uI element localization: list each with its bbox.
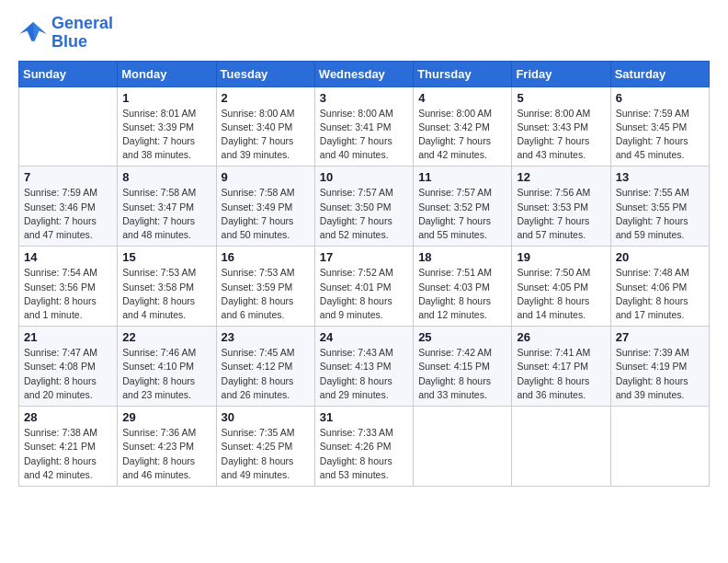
day-info: Sunrise: 7:57 AM Sunset: 3:52 PM Dayligh… <box>418 186 506 242</box>
sunset-text: Sunset: 4:03 PM <box>418 282 490 293</box>
calendar-cell: 13 Sunrise: 7:55 AM Sunset: 3:55 PM Dayl… <box>610 167 709 247</box>
day-number: 17 <box>320 250 408 264</box>
day-number: 1 <box>122 91 210 105</box>
sunrise-text: Sunrise: 7:53 AM <box>122 267 196 278</box>
sunrise-text: Sunrise: 7:42 AM <box>418 347 492 358</box>
day-info: Sunrise: 7:50 AM Sunset: 4:05 PM Dayligh… <box>517 266 605 322</box>
sunrise-text: Sunrise: 7:35 AM <box>222 427 295 438</box>
daylight-text: Daylight: 7 hours and 55 minutes. <box>418 215 491 240</box>
day-number: 10 <box>320 170 408 184</box>
daylight-text: Daylight: 7 hours and 48 minutes. <box>122 215 195 240</box>
day-info: Sunrise: 7:41 AM Sunset: 4:17 PM Dayligh… <box>517 346 605 402</box>
calendar-cell: 18 Sunrise: 7:51 AM Sunset: 4:03 PM Dayl… <box>414 247 512 327</box>
daylight-text: Daylight: 8 hours and 9 minutes. <box>320 295 392 320</box>
daylight-text: Daylight: 8 hours and 36 minutes. <box>517 375 589 400</box>
calendar-cell: 3 Sunrise: 8:00 AM Sunset: 3:41 PM Dayli… <box>314 86 413 167</box>
sunrise-text: Sunrise: 7:55 AM <box>616 187 689 198</box>
sunrise-text: Sunrise: 7:50 AM <box>517 267 590 278</box>
sunrise-text: Sunrise: 8:00 AM <box>222 108 295 119</box>
day-info: Sunrise: 8:00 AM Sunset: 3:41 PM Dayligh… <box>320 107 408 163</box>
day-info: Sunrise: 7:33 AM Sunset: 4:26 PM Dayligh… <box>320 426 408 482</box>
day-number: 22 <box>122 330 210 344</box>
sunset-text: Sunset: 4:05 PM <box>517 282 588 293</box>
day-info: Sunrise: 7:57 AM Sunset: 3:50 PM Dayligh… <box>320 186 408 242</box>
header: General Blue <box>18 15 710 52</box>
sunrise-text: Sunrise: 7:51 AM <box>418 267 492 278</box>
sunrise-text: Sunrise: 7:36 AM <box>122 427 196 438</box>
sunrise-text: Sunrise: 7:58 AM <box>222 187 295 198</box>
day-info: Sunrise: 7:38 AM Sunset: 4:21 PM Dayligh… <box>24 426 112 482</box>
sunset-text: Sunset: 4:01 PM <box>320 282 392 293</box>
day-info: Sunrise: 7:59 AM Sunset: 3:45 PM Dayligh… <box>616 107 704 163</box>
calendar-cell <box>414 407 512 487</box>
day-info: Sunrise: 7:54 AM Sunset: 3:56 PM Dayligh… <box>24 266 112 322</box>
calendar-cell: 10 Sunrise: 7:57 AM Sunset: 3:50 PM Dayl… <box>314 167 413 247</box>
day-number: 31 <box>320 410 408 424</box>
day-number: 4 <box>418 91 506 105</box>
calendar-cell: 14 Sunrise: 7:54 AM Sunset: 3:56 PM Dayl… <box>19 247 118 327</box>
daylight-text: Daylight: 8 hours and 4 minutes. <box>122 295 195 320</box>
calendar-cell: 9 Sunrise: 7:58 AM Sunset: 3:49 PM Dayli… <box>216 167 314 247</box>
day-info: Sunrise: 7:43 AM Sunset: 4:13 PM Dayligh… <box>320 346 408 402</box>
sunset-text: Sunset: 3:42 PM <box>418 121 490 132</box>
daylight-text: Daylight: 7 hours and 42 minutes. <box>418 135 491 160</box>
sunset-text: Sunset: 4:13 PM <box>320 361 392 372</box>
sunrise-text: Sunrise: 7:54 AM <box>24 267 97 278</box>
calendar-cell: 19 Sunrise: 7:50 AM Sunset: 4:05 PM Dayl… <box>512 247 610 327</box>
daylight-text: Daylight: 7 hours and 38 minutes. <box>122 135 195 160</box>
day-info: Sunrise: 7:53 AM Sunset: 3:59 PM Dayligh… <box>222 266 310 322</box>
sunset-text: Sunset: 3:41 PM <box>320 121 392 132</box>
calendar-week-row: 14 Sunrise: 7:54 AM Sunset: 3:56 PM Dayl… <box>19 247 710 327</box>
day-info: Sunrise: 7:42 AM Sunset: 4:15 PM Dayligh… <box>418 346 506 402</box>
sunrise-text: Sunrise: 7:52 AM <box>320 267 393 278</box>
sunrise-text: Sunrise: 8:00 AM <box>418 108 492 119</box>
calendar-cell: 4 Sunrise: 8:00 AM Sunset: 3:42 PM Dayli… <box>414 86 512 167</box>
sunrise-text: Sunrise: 7:58 AM <box>122 187 196 198</box>
sunrise-text: Sunrise: 7:57 AM <box>320 187 393 198</box>
daylight-text: Daylight: 7 hours and 50 minutes. <box>222 215 294 240</box>
day-info: Sunrise: 7:47 AM Sunset: 4:08 PM Dayligh… <box>24 346 112 402</box>
daylight-text: Daylight: 8 hours and 17 minutes. <box>616 295 688 320</box>
sunset-text: Sunset: 3:47 PM <box>122 201 194 213</box>
day-number: 12 <box>517 170 605 184</box>
day-info: Sunrise: 8:00 AM Sunset: 3:40 PM Dayligh… <box>222 107 310 163</box>
sunset-text: Sunset: 3:49 PM <box>222 201 293 213</box>
day-info: Sunrise: 8:00 AM Sunset: 3:43 PM Dayligh… <box>517 107 605 163</box>
day-info: Sunrise: 7:51 AM Sunset: 4:03 PM Dayligh… <box>418 266 506 322</box>
calendar-cell <box>19 86 118 167</box>
sunset-text: Sunset: 4:17 PM <box>517 361 588 372</box>
calendar-week-row: 1 Sunrise: 8:01 AM Sunset: 3:39 PM Dayli… <box>19 86 710 167</box>
sunrise-text: Sunrise: 7:33 AM <box>320 427 393 438</box>
sunset-text: Sunset: 4:21 PM <box>24 441 96 452</box>
weekday-header-monday: Monday <box>118 61 216 86</box>
sunset-text: Sunset: 4:25 PM <box>222 441 293 452</box>
day-number: 15 <box>122 250 210 264</box>
day-number: 28 <box>24 410 112 424</box>
day-info: Sunrise: 7:45 AM Sunset: 4:12 PM Dayligh… <box>222 346 310 402</box>
weekday-header-sunday: Sunday <box>19 61 118 86</box>
sunset-text: Sunset: 3:53 PM <box>517 201 588 213</box>
day-number: 21 <box>24 330 112 344</box>
daylight-text: Daylight: 8 hours and 26 minutes. <box>222 375 294 400</box>
sunrise-text: Sunrise: 7:39 AM <box>616 347 689 358</box>
calendar-cell: 16 Sunrise: 7:53 AM Sunset: 3:59 PM Dayl… <box>216 247 314 327</box>
sunset-text: Sunset: 3:43 PM <box>517 121 588 132</box>
calendar-table: SundayMondayTuesdayWednesdayThursdayFrid… <box>18 61 710 487</box>
day-number: 6 <box>616 91 704 105</box>
sunrise-text: Sunrise: 7:53 AM <box>222 267 295 278</box>
day-number: 3 <box>320 91 408 105</box>
day-number: 18 <box>418 250 506 264</box>
day-number: 27 <box>616 330 704 344</box>
calendar-cell: 7 Sunrise: 7:59 AM Sunset: 3:46 PM Dayli… <box>19 167 118 247</box>
weekday-header-wednesday: Wednesday <box>314 61 413 86</box>
calendar-cell: 28 Sunrise: 7:38 AM Sunset: 4:21 PM Dayl… <box>19 407 118 487</box>
daylight-text: Daylight: 7 hours and 52 minutes. <box>320 215 392 240</box>
weekday-header-thursday: Thursday <box>414 61 512 86</box>
day-number: 24 <box>320 330 408 344</box>
daylight-text: Daylight: 7 hours and 39 minutes. <box>222 135 294 160</box>
day-number: 13 <box>616 170 704 184</box>
day-number: 16 <box>222 250 310 264</box>
day-info: Sunrise: 7:53 AM Sunset: 3:58 PM Dayligh… <box>122 266 210 322</box>
sunrise-text: Sunrise: 7:45 AM <box>222 347 295 358</box>
calendar-cell: 31 Sunrise: 7:33 AM Sunset: 4:26 PM Dayl… <box>314 407 413 487</box>
